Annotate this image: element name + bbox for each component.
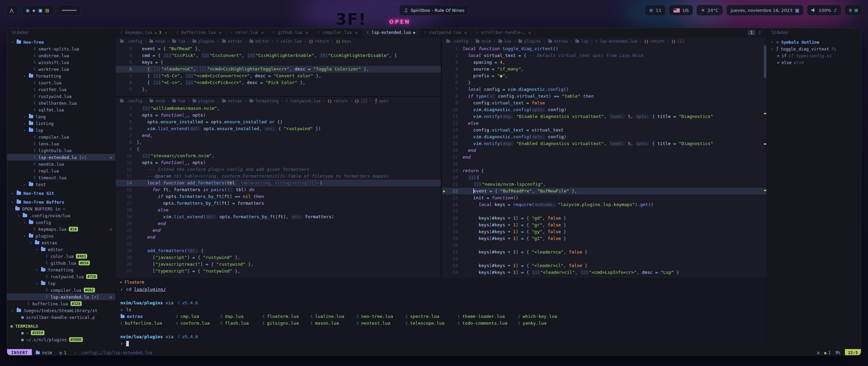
breadcrumb-item[interactable]: nvim (475, 39, 491, 44)
terminal-output[interactable]: ›cd lua/plugins/ nvim/lua/plugins via ☾v… (116, 286, 767, 347)
pill-keyboard-layout[interactable]: US (669, 5, 693, 16)
code-line-3[interactable]: 3 [1]"williamboman/mason.nvim", (116, 105, 441, 112)
breadcrumb-item[interactable]: ƒopts (375, 99, 389, 103)
tree-item-~/.c/n/l/plugins[interactable]: ▣~/.c/n/l/plugins#3980 (7, 336, 115, 343)
tree-item-formatting[interactable]: ▾formatting (7, 73, 115, 79)
tree-item-.config/nvim/lua[interactable]: ▾.config/nvim/lua (7, 212, 115, 219)
section-header-Neo-Tree Git[interactable]: ▸Neo-Tree Git (7, 190, 115, 197)
tree-item-lsp-extended.lu[interactable]: ☾lsp-extended.lu[+]◉ (7, 293, 115, 300)
breadcrumb-item[interactable]: extras (222, 99, 242, 103)
code-line-4[interactable]: 4 opts = function(_, opts) (116, 112, 441, 119)
workspace-icon-1[interactable]: ◉ (26, 8, 29, 13)
tree-item-~[interactable]: ▣~#2859 (7, 329, 115, 336)
code-line-22[interactable]: ●22 event = { "BufReadPre", "BufNewFile"… (442, 188, 767, 195)
tree-item-bufferline.lua[interactable]: ☾bufferline.lua#328 (7, 300, 115, 307)
tree-item-OPEN BUFFERS in ~[interactable]: OPEN BUFFERS in ~ (7, 205, 115, 212)
code-line-19[interactable]: 19 vim.list_extend(dst: opts.formatters_… (116, 214, 441, 220)
tab-github.lua[interactable]: ☾github.lua× (269, 28, 313, 37)
outline-item-else[interactable]: ◇elseelse (767, 59, 861, 66)
code-line-12[interactable]: 12 else (442, 120, 767, 127)
code-line-9[interactable]: 9 }, (116, 86, 441, 93)
code-line-9[interactable]: 9 config.virtual_text = false (442, 100, 767, 106)
tree-item-linting[interactable]: ▸linting (7, 120, 115, 127)
code-line-26[interactable]: 26 ["javascriptreact"] = { "rustywind" }… (116, 261, 441, 268)
breadcrumb-item[interactable]: {}return (328, 99, 348, 103)
code-line-7[interactable]: 7 { [1]"<S-C>", [2]"<cmd>CccConvert<cr>"… (116, 73, 441, 79)
tree-item-lsp[interactable]: ▾lsp (7, 127, 115, 134)
close-tab-icon[interactable]: × (165, 30, 167, 35)
launcher-button[interactable]: ⋀ (5, 5, 18, 16)
code-line-1[interactable]: 1local function toggle_diag_virtext() (442, 45, 767, 52)
section-header-Neo-Tree[interactable]: ▾Neo-Tree (7, 39, 115, 45)
section-header-Neo-Tree Buffers[interactable]: ▾Neo-Tree Buffers (7, 199, 115, 205)
tree-item-neodim.lua[interactable]: ☾neodim.lua (7, 161, 115, 167)
code-line-14[interactable]: 14 vim.diagnostic.config(opts: config) (442, 134, 767, 140)
code-line-7[interactable]: 7 local config = vim.diagnostic.config() (442, 86, 767, 93)
tree-item-lightbulb.lua[interactable]: ☾lightbulb.lua (7, 147, 115, 154)
code-line-20[interactable]: 20 end (116, 220, 441, 227)
code-line-23[interactable]: 23 (116, 241, 441, 247)
tree-item-test[interactable]: ▸test (7, 181, 115, 188)
pill-volume[interactable]: 100%♪ (807, 5, 841, 16)
close-tab-icon[interactable]: × (528, 30, 531, 35)
code-area[interactable]: 3 event = { "BufRead" }, 4 cmd = { [1]"C… (116, 45, 441, 96)
breadcrumb-item[interactable]: nvim (149, 39, 165, 44)
code-line-21[interactable]: 21 end (116, 227, 441, 234)
breadcrumb-item[interactable]: .config (120, 99, 142, 103)
code-line-8[interactable]: 8 { [1]"<C-c>", [2]"<cmd>CccPick<cr>", d… (116, 79, 441, 86)
code-line-13[interactable]: 13 config.virtual_text = virtual_text (442, 127, 767, 134)
code-line-6[interactable]: 6 { [1]"<leader>uC", [2]"<cmd>CccHighlig… (116, 66, 441, 73)
code-line-19[interactable]: 19return { (442, 167, 767, 174)
code-line-5[interactable]: 5 keys = { (116, 59, 441, 66)
code-line-17[interactable]: 17end (442, 154, 767, 161)
code-line-21[interactable]: 21 [1]"neovim/nvim-lspconfig", (442, 181, 767, 188)
code-line-5[interactable]: 5 prefix = "●", (442, 73, 767, 79)
scrollbar[interactable] (764, 45, 766, 278)
code-line-3[interactable]: 3 spacing = 4, (442, 59, 767, 66)
tree-item-lens.lua[interactable]: ☾lens.lua (7, 140, 115, 147)
now-playing-widget[interactable]: ♫ Spiritbox - Rule Of Nines (399, 5, 469, 16)
tree-item-compiler.lua[interactable]: ☾compiler.lua#682 (7, 287, 115, 293)
breadcrumb-item[interactable]: formatting (249, 99, 279, 103)
tab-color.lua[interactable]: ☾color.lua× (226, 28, 269, 37)
section-header-TERMINALS[interactable]: ▣TERMINALS (7, 323, 115, 329)
code-line-20[interactable]: 20 [1]{ (442, 174, 767, 181)
tree-item-lsp[interactable]: ▾lsp (7, 280, 115, 287)
pill-workspaces[interactable]: 9⊞ (845, 5, 863, 16)
tree-item-lsp-extended.lu[interactable]: ☾lsp-extended.lu[+]◉ (7, 154, 115, 161)
tree-item-timeout.lua[interactable]: ☾timeout.lua (7, 174, 115, 181)
tab-keymaps.lua[interactable]: ☾keymaps.lua⚠ 3× (116, 28, 172, 37)
tree-item-shellharden.lua[interactable]: ☾shellharden.lua (7, 100, 115, 106)
workspace-icon-2[interactable]: ◈ (32, 8, 36, 13)
close-tab-icon[interactable]: × (355, 30, 358, 35)
pill-weather[interactable]: ☀24°C (696, 5, 723, 16)
code-line-9[interactable]: 9{ (116, 146, 441, 152)
tree-item-rustfmt.lua[interactable]: ☾rustfmt.lua (7, 86, 115, 93)
tree-item-formatting[interactable]: ▾formatting (7, 266, 115, 273)
workspace-icon-4[interactable]: ▤ (45, 8, 49, 13)
tree-item-color.lua[interactable]: ☾color.lua#493 (7, 253, 115, 260)
code-line-27[interactable]: 27 ["typescript"] = { "rustywind" }, (116, 268, 441, 274)
breadcrumb-item[interactable]: ☾lsp-extended.lua (595, 39, 637, 44)
tree-item-rustywind.lua[interactable]: ☾rustywind.lua#726 (7, 273, 115, 280)
code-line-10[interactable]: 10 [1]"stevearc/conform.nvim", (116, 152, 441, 159)
breadcrumb-item[interactable]: ☾color.lua (276, 39, 302, 44)
pill-window-count[interactable]: ⊞11 (645, 5, 666, 16)
code-line-13[interactable]: 13 ---@param tbl table<string, conform.F… (116, 173, 441, 180)
breadcrumb-item[interactable]: plugins (518, 39, 540, 44)
tab-lsp-extended.lua[interactable]: ☾lsp-extended.lua● (362, 28, 420, 37)
breadcrumb-item[interactable]: {}[1] (671, 39, 684, 44)
code-line-15[interactable]: 15 vim.notify(msg: "Enabled diagnostics … (442, 140, 767, 147)
breadcrumb-item[interactable]: editor (249, 39, 270, 44)
code-line-22[interactable]: 22 end (116, 234, 441, 241)
close-tab-icon[interactable]: × (261, 30, 264, 35)
tree-item-lang[interactable]: ▸lang (7, 113, 115, 120)
code-line-3[interactable]: 3 event = { "BufRead" }, (116, 45, 441, 52)
tree-item-Juegos/Indies/SteamLibrary/st[interactable]: ▸Juegos/Indies/SteamLibrary/st (7, 307, 115, 314)
breadcrumb-item[interactable]: {}return (644, 39, 664, 44)
tree-item-repl.lua[interactable]: ☾repl.lua (7, 167, 115, 174)
code-line-24[interactable]: 24 local keys = require(modname: "lazyvi… (442, 201, 767, 208)
close-tab-icon[interactable]: × (464, 30, 467, 35)
code-line-31[interactable]: 31 keys[#keys + 1] = { "<leader>ca", fal… (442, 249, 767, 256)
breadcrumb-item[interactable]: extras (548, 39, 568, 44)
